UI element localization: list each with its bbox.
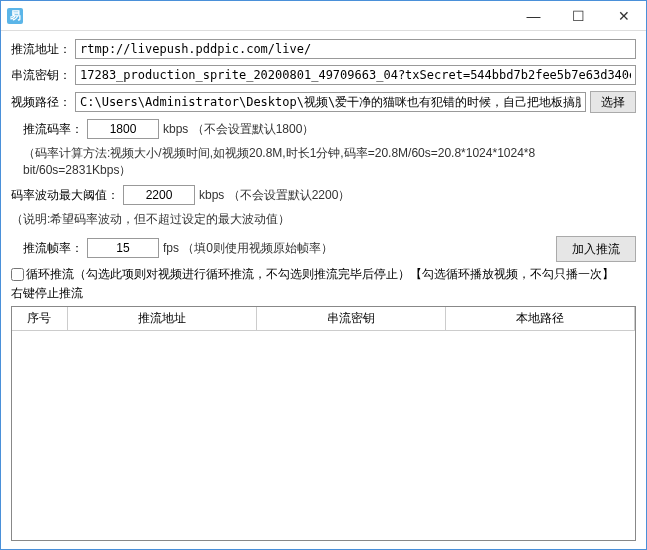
loop-label: 循环推流（勾选此项则对视频进行循环推流，不勾选则推流完毕后停止）【勾选循环播放视… bbox=[26, 266, 614, 283]
maximize-button[interactable]: ☐ bbox=[556, 1, 601, 30]
stream-key-row: 串流密钥： bbox=[11, 65, 636, 85]
minimize-button[interactable]: — bbox=[511, 1, 556, 30]
col-stream-key[interactable]: 串流密钥 bbox=[256, 307, 445, 331]
fluctuation-input[interactable] bbox=[123, 185, 195, 205]
fps-input[interactable] bbox=[87, 238, 159, 258]
select-button[interactable]: 选择 bbox=[590, 91, 636, 113]
window-controls: — ☐ ✕ bbox=[511, 1, 646, 30]
col-push-url[interactable]: 推流地址 bbox=[67, 307, 256, 331]
loop-row: 循环推流（勾选此项则对视频进行循环推流，不勾选则推流完毕后停止）【勾选循环播放视… bbox=[11, 266, 636, 283]
push-url-row: 推流地址： bbox=[11, 39, 636, 59]
bitrate-input[interactable] bbox=[87, 119, 159, 139]
fps-label: 推流帧率： bbox=[23, 240, 83, 257]
bitrate-help-row: （码率计算方法:视频大小/视频时间,如视频20.8M,时长1分钟,码率=20.8… bbox=[23, 145, 636, 179]
col-index[interactable]: 序号 bbox=[12, 307, 67, 331]
video-path-row: 视频路径： 选择 bbox=[11, 91, 636, 113]
stream-key-input[interactable] bbox=[75, 65, 636, 85]
video-path-label: 视频路径： bbox=[11, 94, 71, 111]
col-local-path[interactable]: 本地路径 bbox=[445, 307, 634, 331]
push-url-label: 推流地址： bbox=[11, 41, 71, 58]
push-table: 序号 推流地址 串流密钥 本地路径 bbox=[12, 307, 635, 331]
close-button[interactable]: ✕ bbox=[601, 1, 646, 30]
video-path-input[interactable] bbox=[75, 92, 586, 112]
content-area: 推流地址： 串流密钥： 视频路径： 选择 推流码率： kbps （不会设置默认1… bbox=[1, 31, 646, 549]
fluctuation-row: 码率波动最大阈值： kbps （不会设置默认2200） bbox=[11, 185, 636, 205]
titlebar: 易 — ☐ ✕ bbox=[1, 1, 646, 31]
fluctuation-unit-label: kbps （不会设置默认2200） bbox=[199, 187, 350, 204]
loop-checkbox[interactable] bbox=[11, 268, 24, 281]
bitrate-unit-label: kbps （不会设置默认1800） bbox=[163, 121, 314, 138]
fps-unit-label: fps （填0则使用视频原始帧率） bbox=[163, 240, 333, 257]
fluctuation-label: 码率波动最大阈值： bbox=[11, 187, 119, 204]
bitrate-label: 推流码率： bbox=[23, 121, 83, 138]
bitrate-row: 推流码率： kbps （不会设置默认1800） bbox=[23, 119, 636, 139]
bitrate-help-text: （码率计算方法:视频大小/视频时间,如视频20.8M,时长1分钟,码率=20.8… bbox=[23, 145, 636, 179]
app-icon: 易 bbox=[7, 8, 23, 24]
fluctuation-help-row: （说明:希望码率波动，但不超过设定的最大波动值） bbox=[11, 211, 636, 228]
right-click-note: 右键停止推流 bbox=[11, 285, 636, 302]
stream-key-label: 串流密钥： bbox=[11, 67, 71, 84]
fps-row: 推流帧率： fps （填0则使用视频原始帧率） bbox=[23, 238, 636, 258]
fluctuation-help-text: （说明:希望码率波动，但不超过设定的最大波动值） bbox=[11, 211, 290, 228]
push-url-input[interactable] bbox=[75, 39, 636, 59]
push-table-wrap[interactable]: 序号 推流地址 串流密钥 本地路径 bbox=[11, 306, 636, 541]
